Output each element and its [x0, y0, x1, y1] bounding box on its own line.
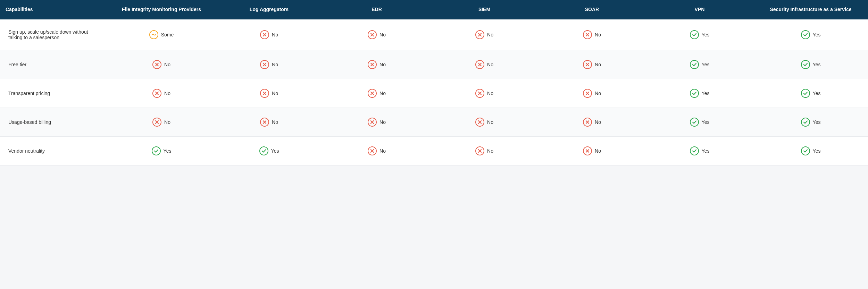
capability-cell: Free tier [0, 50, 108, 79]
table-cell: Some [108, 19, 215, 50]
table-cell: No [215, 50, 323, 79]
table-cell: Yes [753, 136, 868, 165]
no-icon [152, 89, 161, 98]
no-icon [583, 146, 592, 155]
table-cell: Yes [753, 50, 868, 79]
no-icon [583, 30, 592, 39]
table-cell: Yes [646, 79, 753, 108]
no-icon [368, 60, 377, 69]
yes-icon [801, 146, 810, 155]
no-icon [475, 146, 484, 155]
table-cell: No [431, 19, 538, 50]
table-row: Vendor neutralityYesYesNoNoNoYesYes [0, 136, 868, 165]
header-row: Capabilities File Integrity Monitoring P… [0, 0, 868, 19]
table-cell: No [538, 108, 646, 136]
yes-icon [690, 118, 699, 127]
header-fim: File Integrity Monitoring Providers [108, 0, 215, 19]
header-siem: SIEM [431, 0, 538, 19]
yes-icon [801, 89, 810, 98]
no-icon [260, 30, 269, 39]
table-cell: No [108, 108, 215, 136]
no-icon [260, 60, 269, 69]
no-icon [583, 60, 592, 69]
comparison-table: Capabilities File Integrity Monitoring P… [0, 0, 868, 165]
table-cell: Yes [215, 136, 323, 165]
yes-icon [152, 146, 161, 155]
table-cell: No [323, 79, 431, 108]
table-cell: Yes [108, 136, 215, 165]
table-cell: No [215, 79, 323, 108]
no-icon [260, 89, 269, 98]
table-cell: No [431, 50, 538, 79]
some-icon [149, 30, 158, 39]
yes-icon [690, 89, 699, 98]
no-icon [368, 118, 377, 127]
table-cell: Yes [753, 108, 868, 136]
yes-icon [690, 30, 699, 39]
no-icon [368, 146, 377, 155]
no-icon [152, 60, 161, 69]
table-cell: No [323, 108, 431, 136]
table-row: Free tierNoNoNoNoNoYesYes [0, 50, 868, 79]
yes-icon [801, 30, 810, 39]
header-edr: EDR [323, 0, 431, 19]
no-icon [583, 89, 592, 98]
table-cell: No [538, 79, 646, 108]
table-cell: No [108, 50, 215, 79]
table-cell: No [431, 108, 538, 136]
table-cell: No [538, 136, 646, 165]
capability-cell: Usage-based billing [0, 108, 108, 136]
capability-cell: Transparent pricing [0, 79, 108, 108]
table-cell: Yes [646, 50, 753, 79]
table-cell: Yes [646, 136, 753, 165]
no-icon [475, 118, 484, 127]
yes-icon [801, 60, 810, 69]
table-cell: No [215, 108, 323, 136]
table-cell: No [108, 79, 215, 108]
header-vpn: VPN [646, 0, 753, 19]
table-cell: No [538, 50, 646, 79]
table-cell: Yes [753, 19, 868, 50]
no-icon [475, 60, 484, 69]
no-icon [260, 118, 269, 127]
capability-cell: Sign up, scale up/scale down without tal… [0, 19, 108, 50]
table-cell: No [323, 50, 431, 79]
header-soar: SOAR [538, 0, 646, 19]
yes-icon [801, 118, 810, 127]
table-row: Transparent pricingNoNoNoNoNoYesYes [0, 79, 868, 108]
yes-icon [259, 146, 268, 155]
header-log: Log Aggregators [215, 0, 323, 19]
table-cell: Yes [753, 79, 868, 108]
header-sias: Security Infrastructure as a Service [753, 0, 868, 19]
no-icon [475, 89, 484, 98]
table-cell: No [431, 136, 538, 165]
yes-icon [690, 60, 699, 69]
table-row: Usage-based billingNoNoNoNoNoYesYes [0, 108, 868, 136]
no-icon [583, 118, 592, 127]
table-row: Sign up, scale up/scale down without tal… [0, 19, 868, 50]
table-cell: No [215, 19, 323, 50]
table-cell: Yes [646, 19, 753, 50]
comparison-table-wrapper: Capabilities File Integrity Monitoring P… [0, 0, 868, 165]
table-cell: No [431, 79, 538, 108]
no-icon [368, 30, 377, 39]
capability-cell: Vendor neutrality [0, 136, 108, 165]
table-cell: Yes [646, 108, 753, 136]
header-capabilities: Capabilities [0, 0, 108, 19]
yes-icon [690, 146, 699, 155]
no-icon [368, 89, 377, 98]
table-cell: No [323, 136, 431, 165]
table-cell: No [538, 19, 646, 50]
no-icon [475, 30, 484, 39]
no-icon [152, 118, 161, 127]
table-cell: No [323, 19, 431, 50]
